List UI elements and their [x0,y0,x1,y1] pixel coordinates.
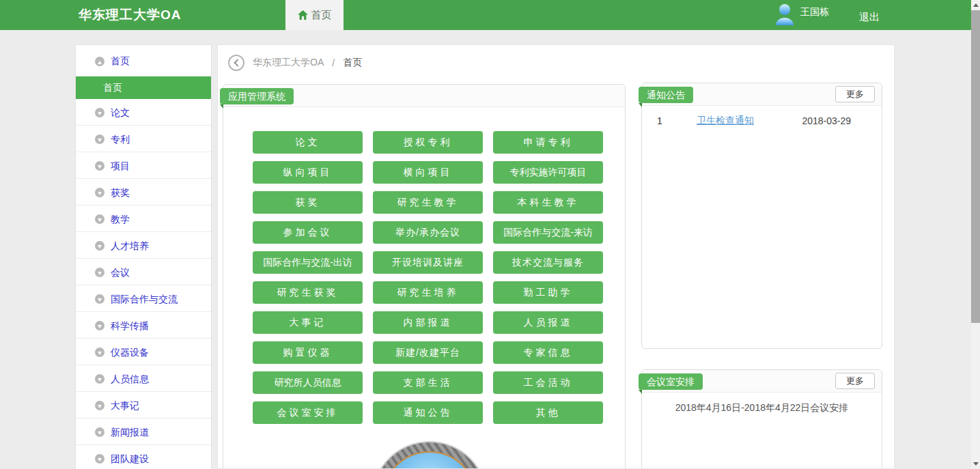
app-panel-header: 应用管理系统 [223,85,625,107]
app-button-patent-applications[interactable]: 申请专利 [493,131,603,154]
sidebar-item-patents[interactable]: 专利 [76,126,211,152]
app-button-platform-construction[interactable]: 新建/改建平台 [373,341,483,364]
chevron-down-circle-icon [95,161,104,171]
app-button-horizontal-projects[interactable]: 横向项目 [373,161,483,184]
chevron-down-circle-icon [95,427,104,437]
app-button-other[interactable]: 其他 [493,401,603,424]
app-button-memorabilia[interactable]: 大事记 [253,311,363,334]
sidebar-item-meetings[interactable]: 会议 [76,259,211,285]
app-button-awards[interactable]: 获奖 [253,191,363,214]
ribbon-fold [639,103,642,107]
app-button-internal-reports[interactable]: 内部报道 [373,311,483,334]
app-button-international-visits-incoming[interactable]: 国际合作与交流-来访 [493,221,603,244]
notice-more-button[interactable]: 更多 [835,86,875,102]
tab-home[interactable]: 首页 [285,0,344,30]
page-scrollbar[interactable] [971,0,980,469]
app-button-attend-meetings[interactable]: 参加会议 [253,221,363,244]
app-button-graduate-cultivation[interactable]: 研究生培养 [373,281,483,304]
sidebar-item-memorabilia[interactable]: 大事记 [76,392,211,418]
sidebar-item-papers[interactable]: 论文 [76,99,211,126]
chevron-up-circle-icon [95,57,104,66]
app-button-undergraduate-teaching[interactable]: 本科生教学 [493,191,603,214]
sidebar-item-awards[interactable]: 获奖 [76,179,211,205]
scroll-down-button[interactable] [971,459,980,469]
app-button-papers[interactable]: 论文 [253,131,363,154]
app-button-branch-life[interactable]: 支部生活 [373,371,483,394]
sidebar-item-label: 团队建设 [111,453,149,464]
sidebar-item-label: 首页 [111,55,130,66]
sidebar-item-international-cooperation[interactable]: 国际合作与交流 [76,285,211,312]
meeting-more-button[interactable]: 更多 [835,373,875,389]
chevron-down-circle-icon [95,294,104,304]
chevron-down-circle-icon [95,454,104,464]
scrollbar-thumb[interactable] [971,10,980,323]
sidebar-item-news-reports[interactable]: 新闻报道 [76,418,211,445]
notice-date: 2018-03-29 [786,115,851,126]
back-button[interactable] [228,55,244,71]
globe-image [373,442,486,469]
notice-panel: 通知公告 更多 1 卫生检查通知 2018-03-29 [641,83,882,349]
breadcrumb: 华东理工大学OA / 首页 [228,53,362,72]
ribbon-fold [639,390,642,394]
meeting-schedule-link[interactable]: 2018年4月16日-2018年4月22日会议安排 [642,402,882,414]
breadcrumb-separator: / [332,57,335,68]
chevron-down-circle-icon [95,134,104,144]
sidebar-item-instruments[interactable]: 仪器设备 [76,339,211,365]
sidebar-item-label: 国际合作与交流 [111,294,178,304]
app-button-meeting-room-schedule[interactable]: 会议室安排 [253,401,363,424]
app-button-patent-license-projects[interactable]: 专利实施许可项目 [493,161,603,184]
sidebar-item-label: 新闻报道 [111,427,149,438]
sidebar-item-projects[interactable]: 项目 [76,152,211,179]
app-button-personnel-reports[interactable]: 人员报道 [493,311,603,334]
arrow-down-icon [973,462,979,466]
app-button-tech-exchange-services[interactable]: 技术交流与服务 [493,251,603,274]
globe-face [382,451,477,469]
app-button-training-lectures[interactable]: 开设培训及讲座 [373,251,483,274]
app-button-graduate-awards[interactable]: 研究生获奖 [253,281,363,304]
app-title: 华东理工大学OA [79,0,182,30]
notice-row: 1 卫生检查通知 2018-03-29 [642,106,882,127]
breadcrumb-current: 首页 [343,57,362,69]
scroll-up-button[interactable] [971,0,980,10]
chevron-down-circle-icon [95,214,104,224]
sidebar-item-talent-training[interactable]: 人才培养 [76,232,211,259]
sidebar-item-home[interactable]: 首页 [76,45,211,76]
sidebar-item-label: 论文 [111,107,130,118]
app-button-union-activities[interactable]: 工会活动 [493,371,603,394]
notice-link[interactable]: 卫生检查通知 [697,115,786,127]
app-button-expert-info[interactable]: 专家信息 [493,341,603,364]
app-button-vertical-projects[interactable]: 纵向项目 [253,161,363,184]
sidebar-item-label: 获奖 [111,187,130,198]
app-button-granted-patents[interactable]: 授权专利 [373,131,483,154]
chevron-down-circle-icon [95,108,104,117]
app-button-work-study[interactable]: 勤工助学 [493,281,603,304]
app-button-institute-personnel-info[interactable]: 研究所人员信息 [253,371,363,394]
user-avatar[interactable] [775,3,794,27]
sidebar-item-team-building[interactable]: 团队建设 [76,445,211,469]
sidebar-item-label: 大事记 [111,400,139,411]
app-button-host-meetings[interactable]: 举办/承办会议 [373,221,483,244]
meeting-panel-title: 会议室安排 [639,373,703,390]
sidebar-item-label: 会议 [111,267,130,278]
sidebar-item-teaching[interactable]: 教学 [76,205,211,232]
top-header: 华东理工大学OA 首页 王国栋 退出 [0,0,971,30]
chevron-down-circle-icon [95,241,104,251]
logout-button[interactable]: 退出 [859,11,880,24]
sidebar-item-science-communication[interactable]: 科学传播 [76,312,211,339]
sidebar-item-label: 项目 [111,160,130,171]
app-button-notices[interactable]: 通知公告 [373,401,483,424]
chevron-down-circle-icon [95,321,104,330]
chevron-down-circle-icon [95,188,104,197]
sidebar-item-label: 人员信息 [111,373,149,384]
meeting-room-panel: 会议室安排 更多 2018年4月16日-2018年4月22日会议安排 [641,369,882,469]
sidebar-item-personnel-info[interactable]: 人员信息 [76,365,211,392]
app-button-international-visits-outgoing[interactable]: 国际合作与交流-出访 [253,251,363,274]
breadcrumb-root[interactable]: 华东理工大学OA [253,57,324,69]
app-button-instrument-purchase[interactable]: 购置仪器 [253,341,363,364]
chevron-down-circle-icon [95,268,104,277]
sidebar-subitem-home-active[interactable]: 首页 [76,76,211,99]
meeting-panel-header: 会议室安排 更多 [642,370,882,393]
main-content: 华东理工大学OA / 首页 应用管理系统 论文 授权专利 申请专利 纵向项目 横… [217,44,895,469]
app-button-graduate-teaching[interactable]: 研究生教学 [373,191,483,214]
sidebar-item-label: 专利 [111,134,130,145]
